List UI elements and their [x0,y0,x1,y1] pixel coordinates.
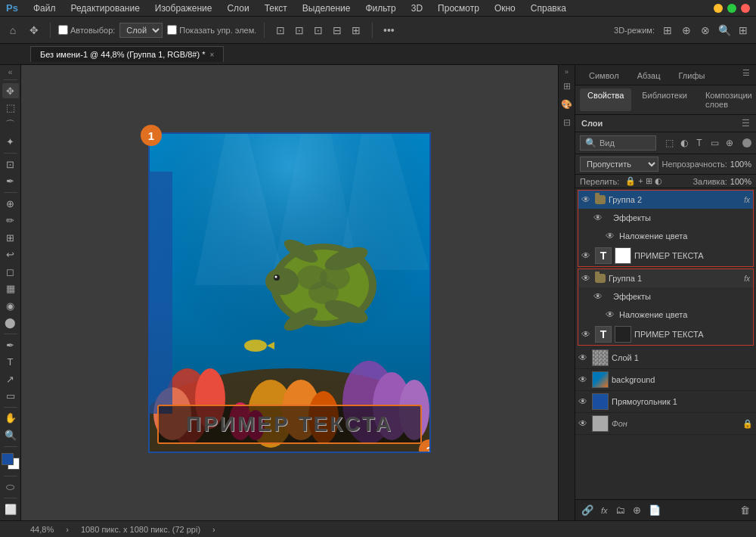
menu-view[interactable]: Просмотр [435,2,482,15]
eyedropper-tool[interactable]: ✒ [2,173,19,189]
filter-text-icon[interactable]: T [692,136,706,150]
tab-close-button[interactable]: × [210,51,215,59]
eye-background[interactable]: 👁 [578,374,589,385]
layer-group1[interactable]: 👁 Группа 1 fx [578,269,753,287]
heal-tool[interactable]: ⊕ [2,196,19,212]
filter-pixel-icon[interactable]: ⬚ [662,136,676,150]
side-icon-2[interactable]: 🎨 [559,97,575,112]
3d-icon-4[interactable]: ⊞ [735,22,751,39]
menu-3d[interactable]: 3D [408,2,426,15]
blur-tool[interactable]: ◉ [2,298,19,314]
align-icon-4[interactable]: ⊟ [329,22,345,39]
blend-mode-select[interactable]: Пропустить [580,157,658,172]
autofill-checkbox[interactable] [58,25,68,35]
filter-shape-icon[interactable]: ▭ [708,136,721,150]
new-group-icon[interactable]: ⊕ [631,503,643,517]
filter-smart-icon[interactable]: ⊕ [723,136,736,150]
pen-tool[interactable]: ✒ [2,337,19,353]
home-icon[interactable]: ⌂ [5,22,21,39]
layer-select[interactable]: Слой [119,23,163,38]
shape-tool[interactable]: ▭ [2,388,19,404]
menu-window[interactable]: Окно [491,2,519,15]
menu-image[interactable]: Изображение [152,2,215,15]
zoom-tool[interactable]: 🔍 [2,427,19,443]
3d-icon-2[interactable]: ⊕ [678,22,695,39]
layer-text1[interactable]: 👁 T ПРИМЕР ТЕКСТА [578,324,753,345]
maximize-button[interactable] [727,4,736,13]
eye-group2[interactable]: 👁 [581,194,592,205]
close-button[interactable] [741,4,750,13]
panel-collapse-left[interactable]: « [8,68,13,76]
autofill-check[interactable]: Автовыбор: [58,25,115,35]
3d-icon-3[interactable]: ⊗ [697,22,714,39]
delete-layer-icon[interactable]: 🗑 [739,503,751,517]
dodge-tool[interactable]: ⬤ [2,315,19,331]
eye-overlay2[interactable]: 👁 [606,231,616,241]
wand-tool[interactable]: ✦ [2,134,19,150]
gradient-tool[interactable]: ▦ [2,281,19,296]
layer-text2[interactable]: 👁 T ПРИМЕР ТЕКСТА [578,245,753,266]
menu-layers[interactable]: Слои [224,2,252,15]
align-icon-1[interactable]: ⊡ [272,22,289,39]
side-collapse[interactable]: » [565,68,569,76]
move-icon[interactable]: ✥ [26,22,42,39]
more-icon[interactable]: ••• [380,22,397,39]
effects-icon[interactable]: fx [600,504,609,517]
eraser-tool[interactable]: ◻ [2,264,19,280]
history-tool[interactable]: ↩ [2,247,19,262]
eye-layer1[interactable]: 👁 [578,352,589,363]
layer-rect1[interactable]: 👁 Прямоугольник 1 [575,391,756,413]
eye-fon[interactable]: 👁 [578,418,589,429]
lasso-tool[interactable]: ⌒ [2,117,19,133]
align-icon-3[interactable]: ⊡ [310,22,327,39]
move-tool[interactable]: ✥ [2,83,19,99]
layer-fon[interactable]: 👁 Фон 🔒 [575,413,756,435]
layers-search[interactable]: 🔍 Вид [580,135,656,151]
tab-paragraph[interactable]: Абзац [630,68,668,85]
marquee-tool[interactable]: ⬚ [2,100,19,116]
menu-text[interactable]: Текст [262,2,290,15]
menu-select[interactable]: Выделение [299,2,354,15]
eye-rect1[interactable]: 👁 [578,396,589,407]
layer-layer1[interactable]: 👁 Слой 1 [575,347,756,369]
active-tab[interactable]: Без имени-1 @ 44,8% (Группа 1, RGB/8#) *… [30,46,224,62]
eye-effects2[interactable]: 👁 [593,213,604,223]
layers-menu-button[interactable]: ☰ [742,118,750,129]
layer-overlay2[interactable]: 👁 Наложение цвета [578,227,753,245]
brush-tool[interactable]: ✏ [2,213,19,228]
align-icon-5[interactable]: ⊞ [348,22,364,39]
tab-symbol[interactable]: Символ [581,68,627,85]
menu-help[interactable]: Справка [528,2,569,15]
lock-icon-4[interactable]: ◐ [655,176,662,186]
layer-group2[interactable]: 👁 Группа 2 fx [578,191,753,209]
3d-icon-1[interactable]: ⊞ [659,22,676,39]
props-tab-libs[interactable]: Библиотеки [634,88,695,111]
layer-overlay1[interactable]: 👁 Наложение цвета [578,306,753,324]
text-tool[interactable]: T [2,354,19,370]
show-controls-check[interactable]: Показать упр. элем. [167,25,256,35]
props-tab-props[interactable]: Свойства [580,88,631,111]
lock-icon-1[interactable]: 🔒 [625,176,636,186]
new-layer-icon[interactable]: 📄 [647,503,662,517]
eye-effects1[interactable]: 👁 [593,291,604,302]
lock-icon-2[interactable]: + [638,176,643,186]
foreground-color[interactable] [2,453,14,465]
menu-file[interactable]: Файл [30,2,59,15]
eye-group1[interactable]: 👁 [581,273,592,284]
color-swatches[interactable] [2,453,20,470]
eye-overlay1[interactable]: 👁 [606,309,616,320]
tab-glyphs[interactable]: Глифы [671,68,713,85]
hand-tool[interactable]: ✋ [2,411,19,427]
screen-mode-tool[interactable]: ⬜ [2,501,19,517]
layer-effects1[interactable]: 👁 Эффекты [578,287,753,306]
eye-text2[interactable]: 👁 [581,250,592,261]
adjustment-icon[interactable]: 🗂 [614,503,627,517]
stamp-tool[interactable]: ⊞ [2,230,19,246]
props-tab-comp[interactable]: Композиции слоев [698,88,756,111]
filter-toggle[interactable] [742,138,751,147]
side-icon-1[interactable]: ⊞ [559,79,575,94]
path-tool[interactable]: ↗ [2,371,19,387]
menu-filter[interactable]: Фильтр [362,2,398,15]
filter-adjust-icon[interactable]: ◐ [677,136,691,150]
minimize-button[interactable] [714,4,723,13]
